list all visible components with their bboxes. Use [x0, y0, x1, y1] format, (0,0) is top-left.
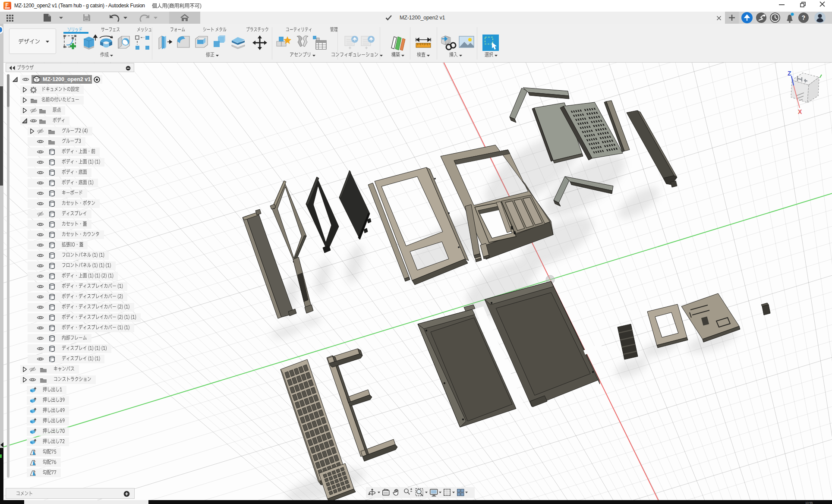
svg-text:X: X	[798, 108, 802, 115]
svg-text:Z: Z	[788, 70, 791, 77]
svg-text:?: ?	[802, 14, 806, 21]
